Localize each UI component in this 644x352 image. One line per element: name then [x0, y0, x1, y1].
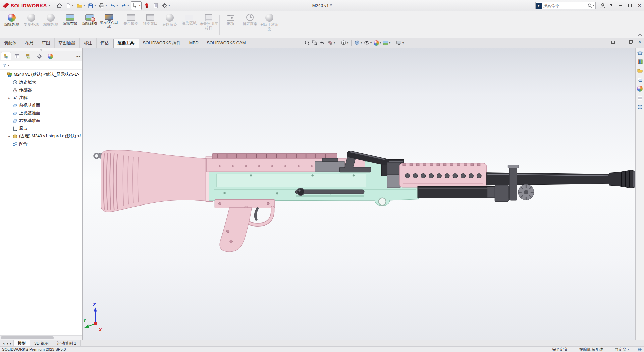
scroll-right-icon[interactable]: ▸: [79, 54, 80, 58]
tab-featuremanager[interactable]: [1, 52, 11, 60]
search-scope-icon[interactable]: ▸: [536, 3, 542, 9]
doc-window-icon[interactable]: [611, 41, 615, 44]
file-properties-button[interactable]: [152, 1, 160, 10]
expand-arrow-icon[interactable]: ▸: [7, 135, 11, 138]
view-settings-button[interactable]: ▾: [395, 39, 405, 46]
zoom-to-fit-button[interactable]: [304, 39, 311, 46]
scroll-left-icon[interactable]: ◂: [76, 54, 78, 58]
command-tab-layout[interactable]: 布局: [21, 38, 38, 48]
tree-item-annotations[interactable]: ▸ A 注解: [0, 94, 82, 102]
custom-properties-icon[interactable]: [637, 95, 643, 101]
undo-button[interactable]: ▾: [109, 1, 119, 10]
close-icon[interactable]: ✕: [638, 3, 641, 8]
render-options-button[interactable]: 选项: [221, 12, 240, 37]
open-file-button[interactable]: ▾: [75, 1, 86, 10]
view-orientation-button[interactable]: ▾: [340, 39, 349, 46]
minimize-icon[interactable]: [619, 5, 622, 6]
section-view-button[interactable]: ▾: [327, 39, 336, 46]
chevron-down-icon[interactable]: ▾: [593, 4, 594, 7]
paste-appearance-button[interactable]: 粘贴外观: [41, 12, 60, 37]
doc-minimize-icon[interactable]: [620, 42, 624, 42]
scrollbar-thumb[interactable]: [1, 336, 54, 339]
search-icon[interactable]: [587, 3, 592, 8]
panel-horizontal-scrollbar[interactable]: [0, 335, 82, 340]
tab-displaymanager[interactable]: [45, 52, 55, 60]
command-tab-sketch[interactable]: 草图: [38, 38, 55, 48]
file-explorer-icon[interactable]: [637, 68, 643, 74]
model-tab[interactable]: 模型: [14, 340, 30, 346]
panel-splitter[interactable]: [0, 48, 82, 51]
render-region-button[interactable]: 渲染区域: [179, 12, 199, 37]
task-pane-home-icon[interactable]: [637, 50, 643, 56]
3d-views-tab[interactable]: 3D 视图: [30, 340, 53, 346]
preview-window-button[interactable]: 预览窗口: [141, 12, 160, 37]
command-tab-cam[interactable]: SOLIDWORKS CAM: [203, 38, 250, 48]
motion-study-tab[interactable]: 运动算例 1: [53, 340, 81, 346]
doc-restore-icon[interactable]: [629, 40, 633, 44]
user-account-icon[interactable]: [600, 3, 606, 9]
save-button[interactable]: ▾: [87, 1, 97, 10]
final-render-button[interactable]: 最终渲染: [160, 12, 179, 37]
edit-decal-button[interactable]: 编辑贴图: [80, 12, 99, 37]
handguard-heat-shield[interactable]: [399, 163, 487, 187]
previous-view-button[interactable]: [319, 39, 326, 46]
tree-item-component-m240[interactable]: ▸ (固定) M240 v1.step<1> (默认) <!: [0, 132, 82, 140]
command-tab-render-tools[interactable]: 渲染工具: [113, 39, 139, 48]
tab-dimxpertmanager[interactable]: [34, 52, 44, 60]
zoom-to-area-button[interactable]: [311, 39, 318, 46]
command-tab-sketch-ink[interactable]: 草图油墨: [55, 38, 80, 48]
tree-item-sensors[interactable]: 传感器: [0, 86, 82, 94]
solidworks-menu[interactable]: SOLIDWORKS ▾: [3, 3, 50, 8]
integrated-preview-button[interactable]: 整合预览: [121, 12, 141, 37]
tab-propertymanager[interactable]: [12, 52, 22, 60]
schedule-render-button[interactable]: 排定渲染: [240, 12, 260, 37]
command-search-input[interactable]: [543, 3, 587, 8]
pistol-grip-trigger-group[interactable]: [215, 200, 275, 252]
apply-scene-button[interactable]: ▾: [382, 40, 391, 46]
tree-item-origin[interactable]: 原点: [0, 125, 82, 132]
hide-show-items-button[interactable]: ▾: [363, 39, 372, 46]
display-style-button[interactable]: ▾: [354, 39, 363, 46]
command-tab-addins[interactable]: SOLIDWORKS 插件: [139, 38, 185, 48]
edit-appearance-hud-button[interactable]: ▾: [373, 40, 382, 46]
command-tab-evaluate[interactable]: 评估: [97, 38, 113, 48]
new-file-button[interactable]: ▾: [64, 1, 74, 10]
home-button[interactable]: [55, 1, 63, 10]
command-tab-annotation[interactable]: 标注: [80, 38, 97, 48]
help-icon[interactable]: ?: [610, 3, 613, 8]
buttstock[interactable]: [94, 150, 213, 212]
maximize-icon[interactable]: [628, 4, 632, 7]
tree-item-top-plane[interactable]: 上视基准面: [0, 109, 82, 117]
model-m240[interactable]: Z Y X: [83, 48, 635, 340]
expand-arrow-icon[interactable]: ▸: [7, 96, 11, 100]
doc-close-icon[interactable]: ✕: [638, 40, 641, 44]
solidworks-resources-icon[interactable]: [637, 104, 643, 110]
edit-scene-button[interactable]: 编辑布景: [60, 12, 80, 37]
chevron-down-icon[interactable]: ▾: [8, 64, 9, 67]
redo-button[interactable]: ▾: [120, 1, 130, 10]
print-button[interactable]: ▾: [98, 1, 108, 10]
recall-last-render-button[interactable]: 召回上次渲染: [260, 12, 279, 37]
command-tab-assembly[interactable]: 装配体: [0, 38, 21, 48]
edit-appearance-button[interactable]: 编辑外观: [2, 12, 21, 37]
display-state-target-button[interactable]: 显示状态目标: [99, 12, 119, 37]
options-button-titlebar[interactable]: ▾: [161, 1, 171, 10]
filter-funnel-icon[interactable]: [2, 63, 7, 68]
tree-item-history[interactable]: 历史记录: [0, 78, 82, 86]
view-palette-icon[interactable]: [637, 77, 643, 83]
ribbon-collapse-icon[interactable]: [638, 33, 641, 36]
tab-scroll-right-icon[interactable]: ▸: [10, 342, 12, 345]
select-tool-button[interactable]: ▾: [131, 1, 142, 10]
graphics-viewport[interactable]: Z Y X: [83, 48, 635, 340]
tree-item-assembly-root[interactable]: M240 v1 (默认) <默认_显示状态-1>: [0, 71, 82, 78]
rebuild-button[interactable]: [143, 1, 151, 10]
tree-item-mates[interactable]: 配合: [0, 140, 82, 148]
tab-scroll-left-icon[interactable]: ◂: [6, 342, 8, 345]
tab-scroll-first-icon[interactable]: ◂: [2, 342, 4, 345]
caret-up-icon[interactable]: ▴: [628, 348, 629, 351]
tab-configurationmanager[interactable]: [23, 52, 33, 60]
copy-appearance-button[interactable]: 复制外观: [21, 12, 41, 37]
command-tab-mbd[interactable]: MBD: [185, 38, 203, 48]
status-globe-icon[interactable]: [638, 347, 642, 352]
design-library-icon[interactable]: [637, 59, 643, 65]
